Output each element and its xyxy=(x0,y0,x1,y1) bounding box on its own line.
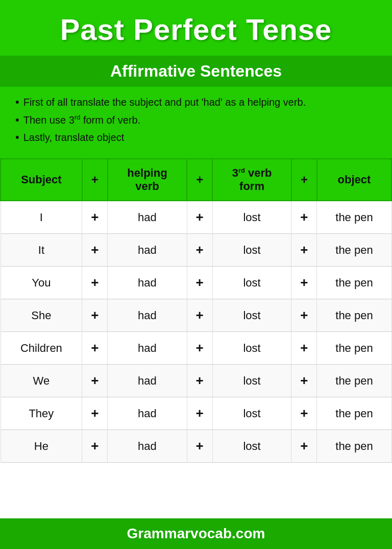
cell-plus-3: + xyxy=(291,332,317,365)
cell-plus-1: + xyxy=(82,234,108,267)
col-header-subject: Subject xyxy=(1,159,82,201)
cell-plus-3: + xyxy=(291,299,317,332)
header: Past Perfect Tense xyxy=(0,0,392,56)
cell-plus-3: + xyxy=(291,365,317,397)
cell-subject: We xyxy=(1,365,82,397)
cell-object: the pen xyxy=(317,299,391,332)
cell-subject: I xyxy=(1,201,82,234)
cell-plus-1: + xyxy=(82,365,108,397)
cell-plus-2: + xyxy=(187,201,212,234)
cell-object: the pen xyxy=(317,397,391,430)
cell-subject: They xyxy=(1,397,82,430)
rule-1: First of all translate the subject and p… xyxy=(15,95,377,110)
cell-subject: She xyxy=(1,299,82,332)
cell-subject: You xyxy=(1,267,82,299)
cell-verb-form: lost xyxy=(212,332,291,365)
cell-verb-form: lost xyxy=(212,430,291,463)
cell-helping-verb: had xyxy=(108,430,187,463)
cell-verb-form: lost xyxy=(212,267,291,299)
cell-helping-verb: had xyxy=(108,201,187,234)
page-title: Past Perfect Tense xyxy=(10,12,382,46)
cell-verb-form: lost xyxy=(212,201,291,234)
cell-object: the pen xyxy=(317,234,391,267)
cell-plus-2: + xyxy=(187,365,212,397)
cell-object: the pen xyxy=(317,332,391,365)
cell-verb-form: lost xyxy=(212,234,291,267)
cell-plus-3: + xyxy=(291,234,317,267)
table-row: He+had+lost+the pen xyxy=(1,430,391,463)
cell-subject: It xyxy=(1,234,82,267)
table-row: I+had+lost+the pen xyxy=(1,201,391,234)
table-container: Subject + helpingverb + 3rd verbform + o… xyxy=(0,158,392,518)
conjugation-table: Subject + helpingverb + 3rd verbform + o… xyxy=(0,158,392,463)
col-header-verb-form: 3rd verbform xyxy=(212,159,291,201)
rule-2: Then use 3rd form of verb. xyxy=(15,113,377,128)
subtitle-label: Affirmative Sentences xyxy=(10,62,382,81)
cell-plus-2: + xyxy=(187,332,212,365)
col-header-plus-1: + xyxy=(82,159,108,201)
subtitle-bar: Affirmative Sentences xyxy=(0,56,392,87)
table-row: We+had+lost+the pen xyxy=(1,365,391,397)
rules-list: First of all translate the subject and p… xyxy=(15,95,377,145)
cell-plus-2: + xyxy=(187,397,212,430)
col-header-object: object xyxy=(317,159,391,201)
cell-helping-verb: had xyxy=(108,299,187,332)
cell-helping-verb: had xyxy=(108,332,187,365)
cell-plus-2: + xyxy=(187,430,212,463)
cell-plus-2: + xyxy=(187,299,212,332)
cell-verb-form: lost xyxy=(212,397,291,430)
table-row: It+had+lost+the pen xyxy=(1,234,391,267)
cell-plus-3: + xyxy=(291,430,317,463)
table-row: You+had+lost+the pen xyxy=(1,267,391,299)
cell-plus-1: + xyxy=(82,397,108,430)
cell-helping-verb: had xyxy=(108,397,187,430)
cell-plus-1: + xyxy=(82,430,108,463)
cell-plus-3: + xyxy=(291,267,317,299)
col-header-plus-2: + xyxy=(187,159,212,201)
cell-plus-3: + xyxy=(291,201,317,234)
cell-verb-form: lost xyxy=(212,365,291,397)
cell-plus-2: + xyxy=(187,234,212,267)
table-header-row: Subject + helpingverb + 3rd verbform + o… xyxy=(1,159,391,201)
cell-object: the pen xyxy=(317,201,391,234)
cell-helping-verb: had xyxy=(108,365,187,397)
cell-plus-2: + xyxy=(187,267,212,299)
cell-object: the pen xyxy=(317,267,391,299)
cell-object: the pen xyxy=(317,365,391,397)
cell-plus-1: + xyxy=(82,332,108,365)
cell-verb-form: lost xyxy=(212,299,291,332)
footer-label: Grammarvocab.com xyxy=(127,526,265,541)
cell-subject: He xyxy=(1,430,82,463)
table-row: They+had+lost+the pen xyxy=(1,397,391,430)
cell-plus-1: + xyxy=(82,267,108,299)
cell-helping-verb: had xyxy=(108,267,187,299)
cell-helping-verb: had xyxy=(108,234,187,267)
col-header-helping-verb: helpingverb xyxy=(108,159,187,201)
footer: Grammarvocab.com xyxy=(0,518,392,549)
cell-plus-1: + xyxy=(82,201,108,234)
col-header-plus-3: + xyxy=(291,159,317,201)
table-row: She+had+lost+the pen xyxy=(1,299,391,332)
cell-plus-3: + xyxy=(291,397,317,430)
cell-subject: Children xyxy=(1,332,82,365)
cell-plus-1: + xyxy=(82,299,108,332)
cell-object: the pen xyxy=(317,430,391,463)
table-row: Children+had+lost+the pen xyxy=(1,332,391,365)
rules-section: First of all translate the subject and p… xyxy=(0,87,392,158)
rule-3: Lastly, translate object xyxy=(15,130,377,145)
table-body: I+had+lost+the penIt+had+lost+the penYou… xyxy=(1,201,391,463)
